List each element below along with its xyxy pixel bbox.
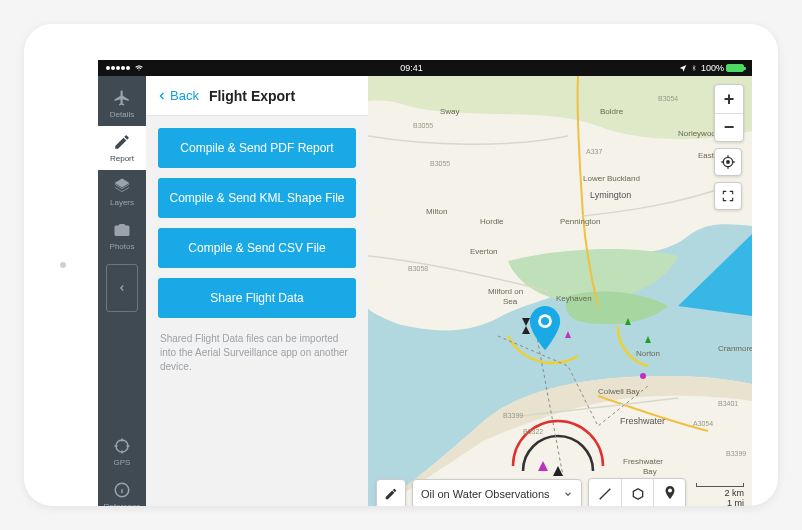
- sidebar-item-details[interactable]: Details: [98, 82, 146, 126]
- svg-text:A3054: A3054: [693, 420, 713, 427]
- locate-button[interactable]: [714, 148, 742, 176]
- sidebar-item-reference[interactable]: Reference: [98, 474, 146, 506]
- svg-text:Hordle: Hordle: [480, 217, 504, 226]
- sidebar-item-label: Layers: [110, 198, 134, 207]
- map-pin-icon[interactable]: [528, 306, 562, 350]
- status-bar: 09:41 100%: [98, 60, 752, 76]
- panel-header: Back Flight Export: [146, 76, 368, 116]
- sidebar-item-gps[interactable]: GPS: [98, 430, 146, 474]
- back-label: Back: [170, 88, 199, 103]
- zoom-out-button[interactable]: −: [715, 113, 743, 141]
- screen: 09:41 100% Details Report: [98, 60, 752, 506]
- layers-icon: [113, 177, 131, 195]
- fullscreen-icon: [721, 189, 735, 203]
- compile-csv-button[interactable]: Compile & Send CSV File: [158, 228, 356, 268]
- chevron-down-icon: [563, 489, 573, 499]
- camera-icon: [113, 221, 131, 239]
- svg-text:Lower Buckland: Lower Buckland: [583, 174, 640, 183]
- panel-body: Compile & Send PDF Report Compile & Send…: [146, 116, 368, 386]
- zoom-control: + −: [714, 84, 744, 142]
- sidebar-item-label: Reference: [104, 502, 141, 506]
- sidebar-collapse-button[interactable]: [106, 264, 138, 312]
- pencil-icon: [113, 133, 131, 151]
- status-right: 100%: [679, 63, 744, 73]
- compile-pdf-button[interactable]: Compile & Send PDF Report: [158, 128, 356, 168]
- marker-tool-button[interactable]: [653, 479, 685, 506]
- sidebar-item-photos[interactable]: Photos: [98, 214, 146, 258]
- svg-text:Milton: Milton: [426, 207, 447, 216]
- pencil-icon: [384, 487, 398, 501]
- sidebar-item-label: Report: [110, 154, 134, 163]
- scale-mi: 1 mi: [696, 498, 744, 506]
- scale-km: 2 km: [696, 488, 744, 498]
- svg-text:B3399: B3399: [726, 450, 746, 457]
- svg-text:B3399: B3399: [503, 412, 523, 419]
- shape-tools: [588, 478, 686, 506]
- wifi-icon: [134, 64, 144, 72]
- map-toolbar: Oil on Water Observations: [376, 478, 744, 506]
- locate-icon: [720, 154, 736, 170]
- back-button[interactable]: Back: [156, 88, 199, 103]
- crosshair-icon: [113, 437, 131, 455]
- sidebar-item-label: GPS: [114, 458, 131, 467]
- polygon-icon: [630, 486, 646, 502]
- sidebar-item-label: Details: [110, 110, 134, 119]
- svg-text:Sea: Sea: [503, 297, 518, 306]
- zoom-in-button[interactable]: +: [715, 85, 743, 113]
- info-icon: [113, 481, 131, 499]
- bluetooth-icon: [691, 63, 697, 73]
- panel-title: Flight Export: [209, 88, 295, 104]
- svg-text:Lymington: Lymington: [590, 190, 631, 200]
- location-arrow-icon: [679, 64, 687, 72]
- svg-text:B3322: B3322: [523, 428, 543, 435]
- app-root: Details Report Layers Photos: [98, 76, 752, 506]
- fullscreen-button[interactable]: [714, 182, 742, 210]
- svg-text:B3054: B3054: [658, 95, 678, 102]
- svg-text:Norton: Norton: [636, 349, 660, 358]
- map-controls: + −: [714, 84, 744, 210]
- svg-text:Boldre: Boldre: [600, 107, 624, 116]
- polygon-tool-button[interactable]: [621, 479, 653, 506]
- signal-icon: [106, 66, 130, 70]
- svg-text:B3055: B3055: [413, 122, 433, 129]
- svg-text:Colwell Bay: Colwell Bay: [598, 387, 640, 396]
- marker-icon: [663, 486, 677, 502]
- help-text: Shared Flight Data files can be imported…: [158, 328, 356, 374]
- camera-dot: [60, 262, 66, 268]
- svg-text:B3401: B3401: [718, 400, 738, 407]
- svg-point-36: [727, 161, 730, 164]
- svg-text:Keyhaven: Keyhaven: [556, 294, 592, 303]
- svg-text:A337: A337: [586, 148, 602, 155]
- svg-text:Freshwater: Freshwater: [620, 416, 665, 426]
- status-left: [106, 64, 144, 72]
- tablet-frame: 09:41 100% Details Report: [24, 24, 778, 506]
- compile-kml-button[interactable]: Compile & Send KML Shape File: [158, 178, 356, 218]
- svg-text:Everton: Everton: [470, 247, 498, 256]
- line-icon: [597, 486, 613, 502]
- svg-text:Bay: Bay: [643, 467, 657, 476]
- svg-point-0: [116, 440, 128, 452]
- svg-text:Cranmore: Cranmore: [718, 344, 752, 353]
- draw-pencil-button[interactable]: [376, 479, 406, 506]
- sidebar-item-layers[interactable]: Layers: [98, 170, 146, 214]
- map-area[interactable]: Sway Boldre Norleywood East End Lower Bu…: [368, 76, 752, 506]
- chevron-left-icon: [117, 281, 127, 295]
- share-flight-data-button[interactable]: Share Flight Data: [158, 278, 356, 318]
- svg-text:Milford on: Milford on: [488, 287, 523, 296]
- line-tool-button[interactable]: [589, 479, 621, 506]
- svg-point-3: [640, 373, 646, 379]
- map-background: Sway Boldre Norleywood East End Lower Bu…: [368, 76, 752, 506]
- airplane-icon: [113, 89, 131, 107]
- observation-label: Oil on Water Observations: [421, 488, 550, 500]
- svg-text:Pennington: Pennington: [560, 217, 600, 226]
- observation-select[interactable]: Oil on Water Observations: [412, 479, 582, 506]
- status-time: 09:41: [400, 63, 423, 73]
- map-scale: 2 km 1 mi: [696, 483, 744, 506]
- chevron-left-icon: [156, 90, 168, 102]
- svg-text:B3058: B3058: [408, 265, 428, 272]
- sidebar-item-report[interactable]: Report: [98, 126, 146, 170]
- sidebar: Details Report Layers Photos: [98, 76, 146, 506]
- svg-text:Freshwater: Freshwater: [623, 457, 663, 466]
- battery-indicator: 100%: [701, 63, 744, 73]
- sidebar-item-label: Photos: [110, 242, 135, 251]
